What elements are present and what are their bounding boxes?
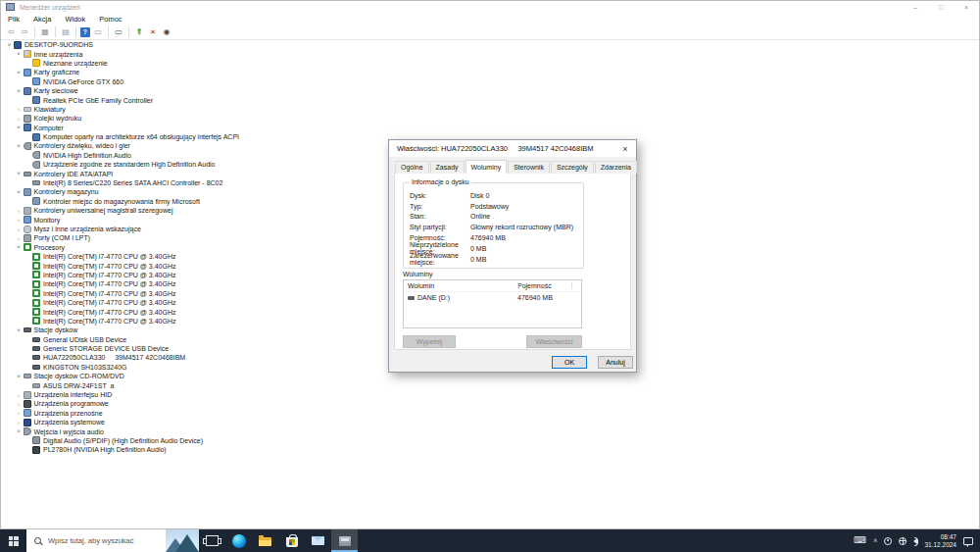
device-manager-icon-art [339, 536, 351, 546]
tab-woluminy[interactable]: Woluminy [466, 160, 508, 174]
tree-item[interactable]: ˅Wejścia i wyjścia audio [1, 427, 979, 435]
tree-chevron-icon[interactable]: ˅ [15, 70, 24, 75]
dialog-close-icon[interactable]: × [614, 140, 636, 157]
tree-chevron-icon[interactable]: ˅ [15, 125, 24, 130]
menu-pomoc[interactable]: Pomoc [92, 15, 128, 24]
tree-chevron-icon[interactable]: › [15, 420, 24, 426]
uninstall-device-icon[interactable]: × [147, 26, 159, 37]
tree-chevron-icon[interactable]: › [15, 208, 24, 214]
maximize-button[interactable]: □ [928, 1, 954, 13]
column-header-capacity[interactable]: Pojemność [517, 282, 552, 289]
tree-chevron-icon[interactable]: ˅ [15, 189, 24, 195]
update-driver-icon[interactable]: ⇑ [133, 26, 145, 37]
tree-item[interactable]: ˅Inne urządzenia [1, 49, 979, 58]
tree-chevron-icon[interactable]: ˅ [15, 374, 24, 379]
tree-chevron-icon[interactable]: ˅ [15, 143, 24, 149]
tree-item[interactable]: ˅Karty sieciowe [1, 86, 979, 95]
touch-keyboard-icon[interactable]: ⌨ [854, 536, 866, 545]
tab-ogolne[interactable]: Ogólne [395, 161, 429, 174]
tree-chevron-icon[interactable]: › [15, 116, 24, 122]
tree-chevron-icon[interactable]: › [15, 217, 24, 223]
devices-by-type-icon[interactable]: ▭ [92, 26, 104, 37]
task-view-icon[interactable] [199, 529, 225, 552]
tree-chevron-icon[interactable]: ˅ [5, 42, 14, 48]
console-tree-icon[interactable]: ▦ [39, 26, 51, 37]
tree-item[interactable]: Realtek PCIe GbE Family Controller [1, 95, 979, 104]
minimize-button[interactable]: – [903, 1, 928, 13]
tree-chevron-icon[interactable]: › [15, 235, 24, 241]
disk-icon [32, 337, 40, 342]
tree-item[interactable]: ›Urządzenia systemowe [1, 418, 979, 427]
tab-zasady[interactable]: Zasady [430, 161, 465, 174]
print-icon [24, 115, 31, 123]
tree-chevron-icon[interactable]: ˅ [15, 428, 24, 434]
network-icon[interactable] [899, 537, 906, 545]
start-button[interactable] [0, 529, 26, 552]
tree-item[interactable]: ASUS DRW-24F1ST a [1, 380, 979, 389]
tree-item[interactable]: ›Kolejki wydruku [1, 114, 979, 123]
tree-item[interactable]: Nieznane urządzenie [1, 59, 979, 68]
forward-icon[interactable]: ⇨ [19, 26, 30, 37]
devices-by-connection-icon[interactable]: ▭ [113, 26, 124, 37]
disk-info-row: Typ:Podstawowy [410, 201, 581, 212]
tree-chevron-icon[interactable]: ˅ [15, 171, 24, 176]
tree-item[interactable]: PL2780H (NVIDIA High Definition Audio) [1, 445, 979, 454]
tree-item[interactable]: ›Urządzenia interfejsu HID [1, 390, 979, 399]
device-manager-icon[interactable] [331, 529, 358, 552]
microsoft-store-icon[interactable] [278, 529, 305, 552]
audio-icon [32, 151, 40, 159]
tree-chevron-icon[interactable]: ˅ [15, 88, 24, 94]
tree-chevron-icon[interactable]: › [15, 392, 24, 398]
volume-row[interactable]: DANE (D:) 476940 MB [404, 292, 581, 303]
tab-sterownik[interactable]: Sterownik [508, 161, 550, 174]
back-icon[interactable]: ⇦ [5, 26, 17, 37]
tree-item-label: Karty sieciowe [34, 87, 78, 94]
cpu-icon [32, 308, 40, 316]
tree-item[interactable]: ˅Karty graficzne [1, 68, 979, 76]
tree-chevron-icon[interactable]: › [15, 106, 24, 112]
tree-chevron-icon[interactable]: ˅ [15, 244, 24, 250]
column-header-volume[interactable]: Wolumin [404, 282, 517, 289]
menu-akcja[interactable]: Akcja [26, 15, 58, 24]
user-status-icon[interactable] [884, 537, 892, 545]
file-explorer-icon[interactable] [252, 529, 278, 552]
tab-zdarzenia[interactable]: Zdarzenia [595, 161, 637, 174]
tab-szczegoly[interactable]: Szczegóły [551, 161, 594, 174]
mail-icon[interactable] [305, 529, 331, 552]
edge-icon[interactable] [225, 529, 252, 552]
close-button[interactable]: × [954, 1, 979, 13]
ok-button[interactable]: OK [552, 356, 587, 369]
scan-hardware-changes-icon[interactable]: ◉ [161, 26, 172, 37]
volume-icon[interactable] [913, 538, 917, 544]
tree-item[interactable]: Digital Audio (S/PDIF) (High Definition … [1, 436, 979, 445]
ports-icon [24, 234, 31, 242]
tree-item[interactable]: ›Urządzenia przenośne [1, 409, 979, 418]
search-input[interactable] [46, 535, 166, 546]
taskbar-clock[interactable]: 08:47 31.12.2024 [924, 533, 956, 549]
tree-chevron-icon[interactable]: ˅ [15, 51, 24, 57]
tree-chevron-icon[interactable]: ˅ [15, 327, 24, 333]
tree-chevron-icon[interactable]: › [15, 401, 24, 407]
cancel-button[interactable]: Anuluj [598, 356, 633, 369]
tree-item[interactable]: ˅Komputer [1, 124, 979, 132]
tree-item[interactable]: NVIDIA GeForce GTX 660 [1, 77, 979, 86]
tree-chevron-icon[interactable]: › [15, 226, 24, 232]
properties-icon[interactable]: ▤ [60, 26, 72, 37]
tree-item[interactable]: ›Klawiatury [1, 105, 979, 114]
properties-button[interactable]: Właściwości [526, 335, 582, 348]
disk-info-field-value: Disk 0 [470, 192, 489, 199]
tree-item[interactable]: ˅DESKTOP-9UORDHS [1, 40, 979, 49]
screen-audio-icon [32, 446, 40, 454]
taskbar-search[interactable] [26, 529, 199, 552]
tree-item[interactable]: ›Urządzenia programowe [1, 399, 979, 408]
help-icon[interactable]: ? [80, 27, 90, 37]
tree-chevron-icon[interactable]: › [15, 410, 24, 416]
populate-button[interactable]: Wypełnij [403, 335, 456, 348]
tray-chevron-up-icon[interactable]: ˄ [873, 537, 877, 544]
action-center-icon[interactable] [963, 537, 973, 545]
menu-widok[interactable]: Widok [58, 15, 92, 24]
menu-plik[interactable]: Plik [1, 15, 26, 24]
volumes-list[interactable]: Wolumin Pojemność DANE (D:) 476940 MB [403, 279, 582, 328]
tree-item[interactable]: ˅Stacje dysków CD-ROM/DVD [1, 372, 979, 380]
tree-item-label: Monitory [34, 217, 61, 224]
